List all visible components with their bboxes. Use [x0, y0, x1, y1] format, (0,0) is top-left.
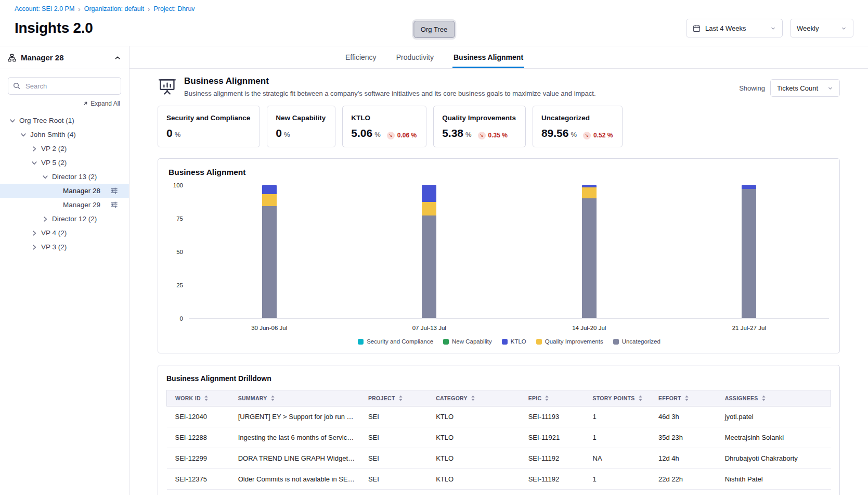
bar-segment-quality-improvements[interactable]	[582, 187, 597, 198]
legend-item-new-capability[interactable]: New Capability	[443, 338, 492, 345]
tree-item-label: John Smith (4)	[30, 131, 76, 138]
chevron-right-icon[interactable]	[30, 145, 38, 153]
breadcrumb-organization-link[interactable]: Organization: default	[84, 5, 144, 12]
granularity-dropdown[interactable]: Weekly	[790, 19, 853, 37]
legend-item-quality-improvements[interactable]: Quality Improvements	[536, 338, 603, 345]
chart-title: Business Alignment	[169, 168, 829, 177]
sort-icon[interactable]	[638, 395, 643, 401]
sort-icon[interactable]	[398, 395, 403, 401]
tree-item-vp-5-2[interactable]: VP 5 (2)	[0, 156, 129, 170]
search-input[interactable]	[8, 77, 121, 95]
delta-value: 0.52 %	[593, 132, 613, 139]
cell-assignees: jyoti.patel	[719, 407, 831, 427]
stat-card-value-row: 0%	[276, 127, 326, 139]
table-row: SEI-12288Ingesting the last 6 months of …	[167, 427, 831, 448]
breadcrumb-project-link[interactable]: Project: Dhruv	[153, 5, 195, 12]
granularity-value: Weekly	[797, 24, 836, 32]
column-header-project[interactable]: PROJECT	[362, 390, 430, 407]
tree-item-john-smith-4[interactable]: John Smith (4)	[0, 128, 129, 142]
tree-item-manager-28[interactable]: Manager 28	[0, 184, 129, 198]
tree-item-director-13-2[interactable]: Director 13 (2)	[0, 170, 129, 184]
cell-story-points: 1	[587, 407, 652, 427]
column-header-category[interactable]: CATEGORY	[430, 390, 522, 407]
table-row: SEI-12395EY > Verify if ingestion is wor…	[167, 490, 831, 495]
tree-item-vp-3-2[interactable]: VP 3 (2)	[0, 240, 129, 254]
stat-card-value-row: 5.38%↘0.35 %	[442, 127, 516, 139]
bar-segment-ktlo[interactable]	[262, 185, 277, 194]
chevron-up-icon[interactable]	[114, 54, 121, 61]
tree-item-org-tree-root-1[interactable]: Org Tree Root (1)	[0, 113, 129, 128]
x-axis-label: 14 Jul-20 Jul	[572, 325, 606, 331]
column-header-effort[interactable]: EFFORT	[652, 390, 719, 407]
bar-segment-uncategorized[interactable]	[422, 215, 436, 318]
drilldown-title: Business Alignment Drilldown	[166, 374, 831, 383]
tree-item-vp-2-2[interactable]: VP 2 (2)	[0, 142, 129, 156]
column-header-label: ASSIGNEES	[725, 395, 758, 401]
chevron-right-icon[interactable]	[30, 244, 38, 251]
tab-efficiency[interactable]: Efficiency	[344, 46, 378, 68]
legend-item-ktlo[interactable]: KTLO	[502, 338, 526, 345]
cell-project: SEI	[362, 490, 430, 495]
column-header-epic[interactable]: EPIC	[522, 390, 587, 407]
legend-label: Quality Improvements	[545, 338, 603, 345]
bar-segment-uncategorized[interactable]	[742, 189, 756, 318]
column-header-story-points[interactable]: STORY POINTS	[587, 390, 652, 407]
y-axis-label: 0	[180, 315, 183, 322]
bar-14-jul-20-jul	[582, 185, 597, 318]
filters-icon[interactable]	[110, 187, 118, 195]
column-header-assignees[interactable]: ASSIGNEES	[719, 390, 831, 407]
date-range-dropdown[interactable]: Last 4 Weeks	[686, 19, 783, 37]
delta-badge: ↘0.35 %	[478, 132, 508, 139]
chevron-down-icon[interactable]	[30, 159, 38, 167]
legend-item-security-and-compliance[interactable]: Security and Compliance	[358, 338, 433, 345]
bar-segment-quality-improvements[interactable]	[262, 194, 277, 206]
bar-segment-uncategorized[interactable]	[262, 206, 277, 318]
tree-item-manager-29[interactable]: Manager 29	[0, 198, 129, 212]
trend-down-icon: ↘	[583, 132, 591, 139]
expand-all-button[interactable]: Expand All	[9, 100, 120, 107]
bar-segment-ktlo[interactable]	[742, 185, 756, 189]
bar-segment-uncategorized[interactable]	[582, 198, 597, 318]
delta-badge: ↘0.52 %	[583, 132, 613, 139]
legend-item-uncategorized[interactable]: Uncategorized	[613, 338, 660, 345]
column-header-work-id[interactable]: WORK ID	[167, 390, 232, 407]
tree-item-label: VP 5 (2)	[41, 159, 67, 167]
stat-card-unit: %	[284, 131, 290, 138]
bar-segment-quality-improvements[interactable]	[422, 202, 436, 215]
showing-dropdown[interactable]: Tickets Count	[770, 79, 840, 97]
sort-icon[interactable]	[545, 395, 549, 401]
drilldown-card: Business Alignment Drilldown WORK IDSUMM…	[158, 365, 840, 495]
column-header-summary[interactable]: SUMMARY	[232, 390, 362, 407]
date-range-value: Last 4 Weeks	[705, 24, 766, 32]
legend-label: New Capability	[452, 338, 492, 345]
column-header-label: STORY POINTS	[593, 395, 635, 401]
sort-icon[interactable]	[204, 395, 209, 401]
cell-epic: SEI-11193	[522, 407, 587, 427]
org-tree-button[interactable]: Org Tree	[413, 21, 455, 38]
tab-productivity[interactable]: Productivity	[395, 46, 435, 68]
org-tree-sidebar: Manager 28 Expand All Org Tree Root (1)J…	[0, 46, 129, 495]
chevron-down-icon[interactable]	[8, 117, 17, 124]
tree-item-vp-4-2[interactable]: VP 4 (2)	[0, 226, 129, 240]
stat-card-value-row: 89.56%↘0.52 %	[541, 127, 613, 139]
search-icon	[13, 82, 20, 90]
stat-card-ktlo: KTLO5.06%↘0.06 %	[342, 106, 426, 147]
x-axis-label: 30 Jun-06 Jul	[251, 325, 287, 331]
bar-segment-ktlo[interactable]	[422, 185, 436, 202]
sort-icon[interactable]	[471, 395, 475, 401]
chevron-down-icon[interactable]	[41, 173, 49, 181]
cell-work-id: SEI-12299	[167, 448, 232, 469]
chevron-right-icon[interactable]	[30, 230, 38, 237]
chevron-down-icon[interactable]	[19, 131, 28, 138]
stat-card-label: New Capability	[276, 114, 326, 122]
filters-icon[interactable]	[110, 201, 118, 209]
column-header-label: EFFORT	[658, 395, 681, 401]
sort-icon[interactable]	[761, 395, 766, 401]
sort-icon[interactable]	[270, 395, 275, 401]
breadcrumb-account-link[interactable]: Account: SEI 2.0 PM	[15, 5, 74, 12]
chevron-right-icon[interactable]	[41, 215, 49, 223]
tab-business-alignment[interactable]: Business Alignment	[452, 46, 524, 68]
sort-icon[interactable]	[684, 395, 689, 401]
tree-item-director-12-2[interactable]: Director 12 (2)	[0, 212, 129, 226]
cell-story-points: 1	[587, 490, 652, 495]
